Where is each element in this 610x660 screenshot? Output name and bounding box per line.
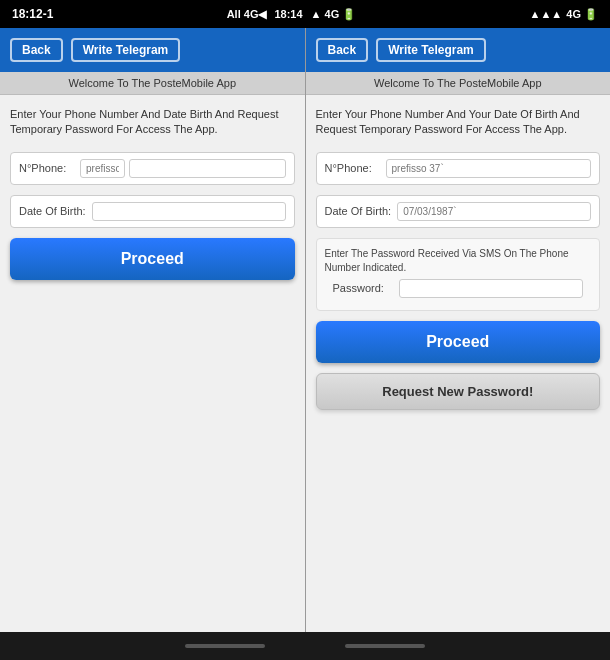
phone-field-row-1: N°Phone:: [10, 152, 295, 185]
bottom-bar: [0, 632, 610, 660]
instruction-text-2: Enter Your Phone Number And Your Date Of…: [316, 107, 601, 138]
proceed-button-2[interactable]: Proceed: [316, 321, 601, 363]
nav-bar-1: Back Write Telegram: [0, 28, 305, 72]
welcome-bar-2: Welcome To The PosteMobile App: [306, 72, 611, 95]
phone-input-2[interactable]: [386, 159, 592, 178]
split-screen: Back Write Telegram Welcome To The Poste…: [0, 28, 610, 660]
password-row: Password:: [325, 275, 592, 302]
request-password-button[interactable]: Request New Password!: [316, 373, 601, 410]
phone-prefix-input-1[interactable]: [80, 159, 125, 178]
phone-label-2: N°Phone:: [325, 162, 380, 174]
content-area-2: Enter Your Phone Number And Your Date Of…: [306, 95, 611, 660]
phone-label-1: N°Phone:: [19, 162, 74, 174]
phone-panel-1: Back Write Telegram Welcome To The Poste…: [0, 28, 306, 660]
password-input[interactable]: [399, 279, 584, 298]
home-indicator-right: [345, 644, 425, 648]
back-button-1[interactable]: Back: [10, 38, 63, 62]
dob-field-row-1: Date Of Birth:: [10, 195, 295, 228]
nav-bar-2: Back Write Telegram: [306, 28, 611, 72]
battery-icon: 4G 🔋: [566, 8, 598, 21]
welcome-text-2: Welcome To The PosteMobile App: [374, 77, 542, 89]
telegram-button-2[interactable]: Write Telegram: [376, 38, 486, 62]
phone-number-input-1[interactable]: [129, 159, 286, 178]
dob-label-2: Date Of Birth:: [325, 205, 392, 217]
signal-icon: ▲▲▲: [530, 8, 563, 20]
telegram-button-1[interactable]: Write Telegram: [71, 38, 181, 62]
dob-input-1[interactable]: [92, 202, 286, 221]
sms-notice-box: Enter The Password Received Via SMS On T…: [316, 238, 601, 311]
welcome-bar-1: Welcome To The PosteMobile App: [0, 72, 305, 95]
dob-label-1: Date Of Birth:: [19, 205, 86, 217]
carrier2: ▲ 4G 🔋: [311, 8, 357, 21]
password-label: Password:: [333, 281, 393, 296]
dob-field-row-2: Date Of Birth:: [316, 195, 601, 228]
phone-field-row-2: N°Phone:: [316, 152, 601, 185]
phone-panel-2: Back Write Telegram Welcome To The Poste…: [306, 28, 611, 660]
instruction-text-1: Enter Your Phone Number And Date Birth A…: [10, 107, 295, 138]
welcome-text-1: Welcome To The PosteMobile App: [68, 77, 236, 89]
sms-notice-text: Enter The Password Received Via SMS On T…: [325, 247, 592, 275]
back-button-2[interactable]: Back: [316, 38, 369, 62]
center-time: 18:14: [274, 8, 302, 20]
carrier1: All 4G◀: [227, 8, 267, 21]
content-area-1: Enter Your Phone Number And Date Birth A…: [0, 95, 305, 660]
status-bar: 18:12-1 All 4G◀ 18:14 ▲ 4G 🔋 ▲▲▲ 4G 🔋: [0, 0, 610, 28]
dob-input-2[interactable]: [397, 202, 591, 221]
home-indicator-left: [185, 644, 265, 648]
proceed-button-1[interactable]: Proceed: [10, 238, 295, 280]
time-left: 18:12-1: [12, 7, 53, 21]
phone-input-group-1: [80, 159, 286, 178]
